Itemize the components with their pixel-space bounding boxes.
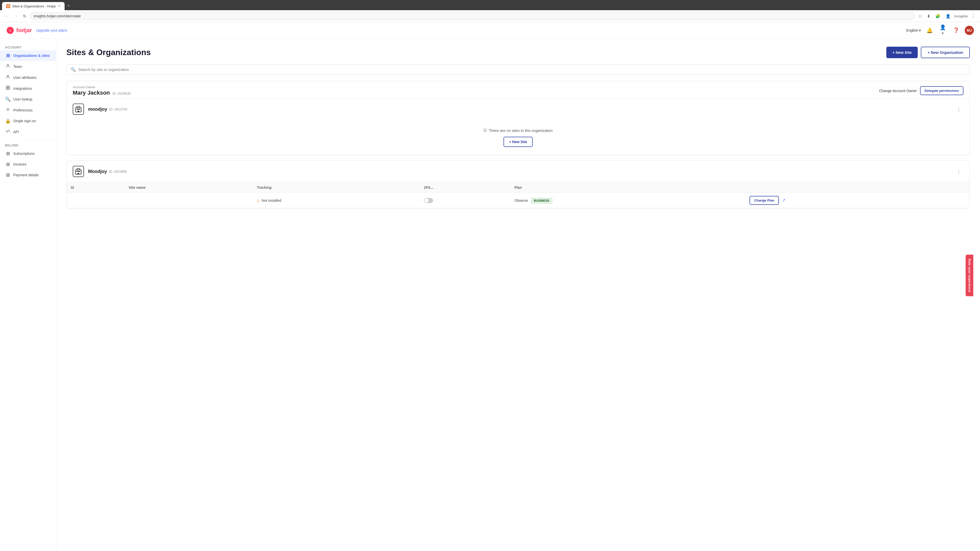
org-card-1: Account Owner Mary Jackson ID: 2529630 C… — [66, 81, 970, 156]
lang-chevron-icon: ▾ — [919, 28, 921, 32]
empty-state-text: ☑ There are no sites in this organizatio… — [484, 128, 552, 133]
building-icon — [75, 106, 82, 113]
org1-header: moodjoy ID: 2923704 ⋮ — [67, 98, 969, 120]
col-tracking: Tracking — [253, 183, 420, 193]
address-bar[interactable] — [30, 12, 915, 20]
sidebar-label-sso: Single sign-on — [13, 119, 36, 123]
org1-name: moodjoy — [88, 106, 107, 112]
org2-more-btn[interactable]: ⋮ — [954, 167, 963, 176]
billing-section-title: Billing — [0, 141, 56, 148]
sidebar-item-team[interactable]: Team — [0, 61, 56, 72]
tracking-status: Not installed — [262, 198, 281, 203]
lang-label: English — [906, 28, 918, 32]
owner-name: Mary Jackson — [73, 89, 110, 96]
sidebar-item-sso[interactable]: 🔒 Single sign-on — [0, 116, 56, 126]
org2-id: ID: 2923695 — [109, 170, 127, 173]
sidebar-item-user-lookup[interactable]: 🔍 User lookup — [0, 94, 56, 105]
sidebar-item-organizations-sites[interactable]: ⊞ Organizations & sites — [0, 50, 56, 61]
sidebar-item-invoices[interactable]: ⊞ Invoices — [0, 159, 56, 170]
browser-toolbar: ← → ↻ ☆ ⬇ 🧩 👤 Incognito ⋮ — [0, 10, 980, 22]
menu-btn[interactable]: ⋮ — [970, 13, 977, 20]
sidebar-label-subscriptions: Subscriptions — [13, 151, 35, 156]
actions-cell: Change Plan ↗ — [746, 193, 969, 208]
col-plan: Plan — [511, 183, 746, 193]
profile-btn[interactable]: 👤 — [944, 13, 952, 20]
plan-cell: Observe BUSINESS — [511, 193, 746, 208]
org2-header: Moodjoy ID: 2923695 ⋮ — [67, 161, 969, 182]
empty-state-icon: ☑ — [484, 128, 487, 133]
hotjar-logo: hotjar — [6, 26, 32, 35]
app-header: hotjar Upgrade your plans English ▾ 🔔 👤+… — [0, 22, 980, 38]
forward-btn[interactable]: → — [12, 13, 19, 19]
hotjar-logo-icon — [6, 26, 14, 35]
table-row: ⚠ Not installed Observe BUSINESS — [67, 193, 969, 208]
svg-rect-4 — [6, 88, 8, 89]
site-id-cell — [67, 193, 124, 208]
svg-rect-5 — [8, 88, 10, 89]
svg-rect-9 — [76, 109, 78, 110]
help-btn[interactable]: ❓ — [951, 26, 961, 35]
integrations-icon — [5, 86, 11, 91]
team-icon — [5, 64, 11, 69]
reload-btn[interactable]: ↻ — [21, 13, 28, 20]
account-section-title: Account — [0, 44, 56, 50]
svg-rect-3 — [8, 86, 10, 87]
sidebar-item-payment-details[interactable]: ⊞ Payment details — [0, 170, 56, 180]
svg-rect-10 — [79, 109, 80, 110]
download-btn[interactable]: ⬇ — [925, 13, 932, 20]
org1-icon — [73, 103, 84, 115]
plan-name: Observe — [514, 198, 528, 203]
sidebar-label-invoices: Invoices — [13, 162, 26, 166]
payment-icon: ⊞ — [5, 172, 11, 178]
user-avatar[interactable]: MJ — [965, 26, 974, 35]
active-tab: H Sites & Organizations - Hotjar ✕ — [2, 2, 65, 10]
new-tab-button[interactable]: + — [65, 2, 72, 10]
rate-experience-btn[interactable]: Rate your experience — [966, 254, 973, 296]
bookmark-btn[interactable]: ☆ — [917, 13, 923, 20]
business-badge: BUSINESS — [531, 198, 552, 203]
add-user-btn[interactable]: 👤+ — [938, 26, 947, 35]
org2-actions: ⋮ — [954, 167, 963, 176]
sidebar-item-subscriptions[interactable]: ⊞ Subscriptions — [0, 148, 56, 159]
delegate-permissions-btn[interactable]: Delegate permissions — [920, 86, 963, 95]
2fa-cell — [420, 193, 511, 208]
empty-state-message: There are no sites in this organization — [489, 128, 552, 133]
sidebar-item-preferences[interactable]: Preferences — [0, 105, 56, 116]
upgrade-link[interactable]: Upgrade your plans — [36, 28, 67, 32]
org1-id: ID: 2923704 — [109, 107, 127, 111]
org1-new-site-btn[interactable]: + New Site — [504, 137, 533, 147]
extensions-btn[interactable]: 🧩 — [934, 13, 942, 20]
tab-close-btn[interactable]: ✕ — [58, 4, 60, 8]
account-owner-label: Account Owner — [73, 85, 130, 89]
new-site-button[interactable]: + New Site — [886, 47, 918, 58]
svg-rect-16 — [78, 171, 79, 172]
language-selector[interactable]: English ▾ — [906, 28, 921, 32]
back-btn[interactable]: ← — [3, 13, 10, 19]
external-link-btn[interactable]: ↗ — [782, 198, 785, 203]
page-header: Sites & Organizations + New Site + New O… — [66, 47, 970, 58]
page-layout: Account ⊞ Organizations & sites Team Use… — [0, 38, 980, 551]
col-id: Id — [67, 183, 124, 193]
notifications-btn[interactable]: 🔔 — [925, 26, 934, 35]
change-plan-btn[interactable]: Change Plan — [749, 196, 779, 205]
svg-rect-11 — [78, 109, 79, 110]
sidebar-item-user-attributes[interactable]: User attributes — [0, 72, 56, 83]
org1-empty-state: ☑ There are no sites in this organizatio… — [67, 120, 969, 155]
sidebar-item-api[interactable]: API — [0, 126, 56, 137]
sidebar-label-user-attributes: User attributes — [13, 76, 37, 79]
svg-point-0 — [7, 64, 9, 66]
sidebar-label-integrations: Integrations — [13, 86, 32, 91]
search-input[interactable] — [78, 67, 966, 72]
svg-rect-2 — [6, 86, 8, 87]
svg-rect-12 — [78, 111, 79, 112]
new-organization-button[interactable]: + New Organization — [921, 47, 970, 58]
header-right: English ▾ 🔔 👤+ ❓ MJ — [906, 26, 974, 35]
org1-more-btn[interactable]: ⋮ — [954, 105, 963, 113]
col-2fa: 2FA... — [420, 183, 511, 193]
sidebar-item-integrations[interactable]: Integrations — [0, 83, 56, 94]
sidebar-label-user-lookup: User lookup — [13, 97, 32, 101]
tracking-cell: ⚠ Not installed — [253, 193, 420, 208]
svg-line-7 — [7, 130, 8, 133]
change-account-owner-btn[interactable]: Change Account Owner — [879, 86, 917, 95]
svg-point-6 — [7, 109, 9, 110]
